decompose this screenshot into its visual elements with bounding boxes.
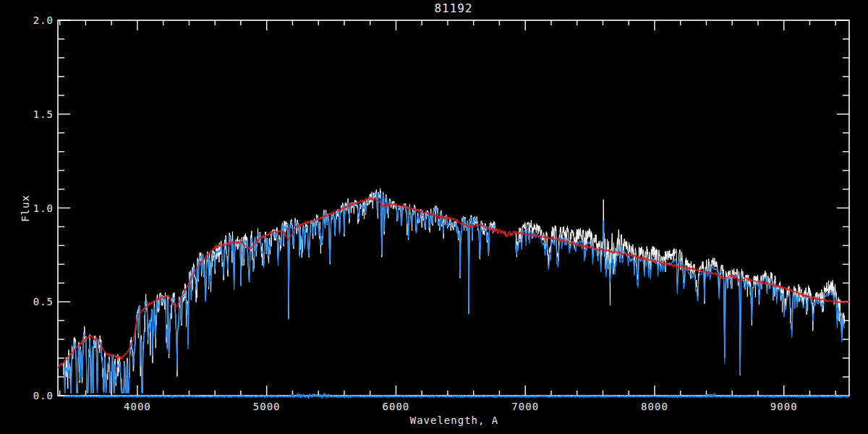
x-tick-label: 7000 xyxy=(511,401,539,412)
x-axis-label: Wavelength, A xyxy=(410,414,499,426)
x-tick-label: 4000 xyxy=(124,401,151,412)
y-tick-label: 2.0 xyxy=(33,14,54,26)
y-tick-label: 0.0 xyxy=(33,390,54,401)
x-tick-label: 9000 xyxy=(770,401,798,412)
y-tick-label: 1.5 xyxy=(33,109,54,120)
x-tick-label: 5000 xyxy=(253,401,281,412)
plot-background xyxy=(0,0,868,434)
spectrum-chart: 4000500060007000800090000.00.51.01.52.0 … xyxy=(0,0,868,434)
spectrum-figure: 4000500060007000800090000.00.51.01.52.0 … xyxy=(0,0,868,434)
y-axis-label: Flux xyxy=(20,195,31,222)
y-tick-label: 1.0 xyxy=(33,203,54,214)
x-tick-label: 6000 xyxy=(383,401,410,412)
x-tick-label: 8000 xyxy=(641,401,668,412)
chart-title: 81192 xyxy=(434,1,472,15)
y-tick-label: 0.5 xyxy=(33,296,54,307)
